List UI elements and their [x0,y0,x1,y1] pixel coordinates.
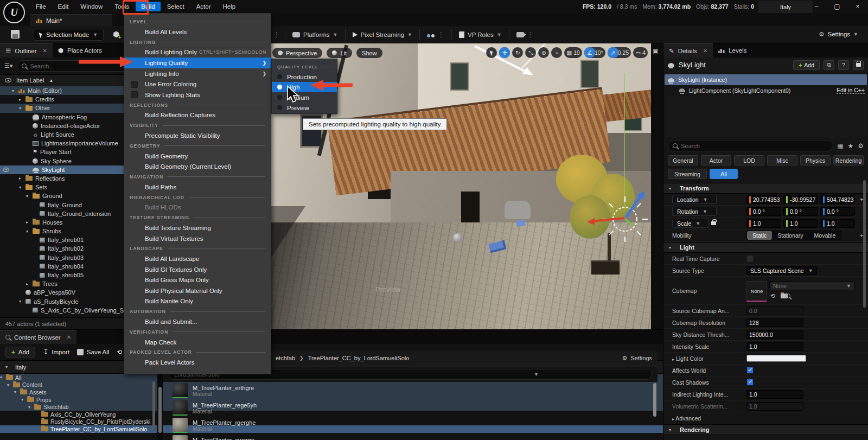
asset-row[interactable]: M_TreePlanter_erthgre Material [163,382,658,399]
build-menu-item[interactable]: Map Check [124,337,271,348]
menubar-item[interactable]: Edit [53,2,74,11]
build-menu-item[interactable]: Build All Landscape [124,253,271,264]
multi-user-button[interactable]: ⋮ [425,31,446,39]
menubar-item[interactable]: Actor [191,2,216,11]
light-section-header[interactable]: ▾ Light [663,242,868,253]
tab-levels[interactable]: Levels [713,43,752,58]
grid-snap-button[interactable]: ▦10 [564,47,582,58]
gear-icon[interactable]: ⚙ [858,142,864,150]
build-menu-item[interactable]: Build Physical Material Only [124,285,271,296]
checkbox[interactable] [131,91,138,98]
expand-arrow-icon[interactable]: ▸ [19,176,25,181]
asset-row[interactable]: M_TreePlanter_rgerghe Material [163,417,658,434]
source-type-dropdown[interactable]: SLS Captured Scene▼ [746,266,817,275]
build-menu-item[interactable]: Build HLODs [124,202,271,213]
build-menu-item[interactable]: Lighting Quality❯ [124,58,271,68]
menubar-item[interactable]: Window [75,2,108,11]
scale-tool-button[interactable]: ⤡ [525,47,536,58]
filter-chip[interactable]: General [668,155,698,165]
details-search-input[interactable] [681,143,828,149]
expand-arrow-icon[interactable]: ▾ [7,382,13,387]
advanced-row[interactable]: ▸ Advanced [663,412,868,424]
intensity-scale-input[interactable]: 1.0 [746,342,803,351]
selection-mode-dropdown[interactable]: Selection Mode ▼ [34,29,104,41]
back-button[interactable]: ⟲ [117,348,122,356]
expand-arrow-icon[interactable]: ▾ [19,299,25,304]
transform-gizmo[interactable] [586,186,651,245]
edit-in-cpp-link[interactable]: Edit in C++ [837,87,865,94]
main-level-tab[interactable]: Main* [30,14,112,26]
tab-content-browser[interactable]: Content Browser ✕ [0,330,76,344]
add-component-button[interactable]: + Add [793,60,820,70]
volumetric-scattering-input[interactable]: 1.0 [746,402,803,411]
pane-scrollbar[interactable] [158,387,162,433]
affects-world-checkbox[interactable] [746,367,754,374]
build-menu-item[interactable]: Build Geometry [124,151,271,162]
scale-y-input[interactable]: 1.0 [783,219,818,228]
eye-icon[interactable] [3,168,9,172]
cubemap-thumbnail[interactable]: None [746,281,767,302]
rotate-tool-button[interactable]: ↻ [512,47,523,58]
quality-option[interactable]: Preview [272,103,337,113]
overflow-dots-icon[interactable]: ⋮ [527,31,534,39]
add-actor-icon[interactable]: ⬢ [113,30,123,39]
expand-arrow-icon[interactable]: ▾ [14,390,20,394]
build-menu-item[interactable]: Build Virtual Textures [124,233,271,244]
location-z-input[interactable]: 504.74823 [820,195,855,204]
build-menu-item[interactable]: Lighting Info❯ [124,68,271,79]
expand-arrow-icon[interactable]: ▾ [19,106,25,111]
mobility-option-stationary[interactable]: Stationary [772,231,808,240]
virtual-camera-button[interactable]: ⋮ [514,31,536,39]
source-cubemap-angle-input[interactable]: 0.0 [746,307,803,315]
reset-icon[interactable]: ↩ [857,232,868,239]
build-menu-item[interactable]: Build Lighting OnlyCTRL+SHIFT+SEMICOLON [124,47,271,58]
platforms-dropdown[interactable]: Platforms ▼ [290,31,340,38]
build-menu-item[interactable]: Use Error Coloring [124,79,271,90]
location-y-input[interactable]: -30.99527 [783,195,818,204]
location-x-input[interactable]: 20.774353 [746,195,781,204]
details-search[interactable] [668,140,833,151]
add-button[interactable]: + Add [5,347,35,358]
build-menu-item[interactable]: Build and Submit... [124,316,271,327]
indirect-lighting-input[interactable]: 1.0 [746,390,803,399]
rotation-x-input[interactable]: 0.0 ° [746,207,781,216]
cubemap-dropdown[interactable]: None▼ [769,281,855,290]
filter-chip[interactable]: Rendering [833,155,864,165]
location-dropdown[interactable]: Location▼ [672,195,717,204]
filter-icon[interactable]: ☰▾ [4,62,12,69]
build-menu-item[interactable]: Precompute Static Visibility [124,130,271,141]
light-component-row[interactable]: LightComponent (SkyLightComponent0) Edit… [663,85,868,95]
eye-icon[interactable] [5,78,11,82]
skylight-instance-row[interactable]: SkyLight (Instance) [665,74,867,85]
build-menu-item[interactable]: Build All Levels [124,27,271,37]
favorites-icon[interactable]: ★ [847,142,853,150]
build-menu-item[interactable]: Build GI Textures Only [124,264,271,275]
tab-outliner[interactable]: ☰ Outliner ✕ [0,43,53,58]
expand-arrow-icon[interactable]: ▾ [26,229,33,234]
filter-chip[interactable]: All [710,169,738,179]
cast-shadows-checkbox[interactable] [746,379,754,386]
breadcrumb-current[interactable]: TreePlanter_CC_by_LordSamueliSolo [308,355,410,361]
import-button[interactable]: ↧ Import [43,348,69,356]
rotation-z-input[interactable]: 0.0 ° [820,207,855,216]
build-menu-item[interactable]: Build Nanite Only [124,296,271,307]
surface-snap-button[interactable]: ⌁ [551,47,562,58]
menubar-item[interactable]: File [30,2,52,11]
expand-arrow-icon[interactable]: ▸ [26,282,33,286]
content-browser-settings[interactable]: ⚙ Settings [622,352,652,365]
lock-button[interactable] [853,60,864,70]
blueprint-button[interactable]: ⧉ [824,60,834,70]
menubar-item[interactable]: Select [162,2,190,11]
folder-tree-scrollbar[interactable] [152,381,155,430]
reset-icon[interactable]: ↩ [857,196,868,203]
build-menu-item[interactable]: Build Paths [124,182,271,193]
overflow-dots-icon[interactable]: ⋮ [273,31,280,39]
close-icon[interactable]: ✕ [43,48,47,54]
scale-z-input[interactable]: 1.0 [820,219,855,228]
minimize-button[interactable]: – [806,0,827,13]
world-space-button[interactable]: ⊕ [538,47,549,58]
filter-chip[interactable]: Actor [701,155,731,165]
select-tool-button[interactable] [486,47,497,58]
show-dropdown[interactable]: Show [356,48,382,58]
close-icon[interactable]: ✕ [703,48,707,54]
